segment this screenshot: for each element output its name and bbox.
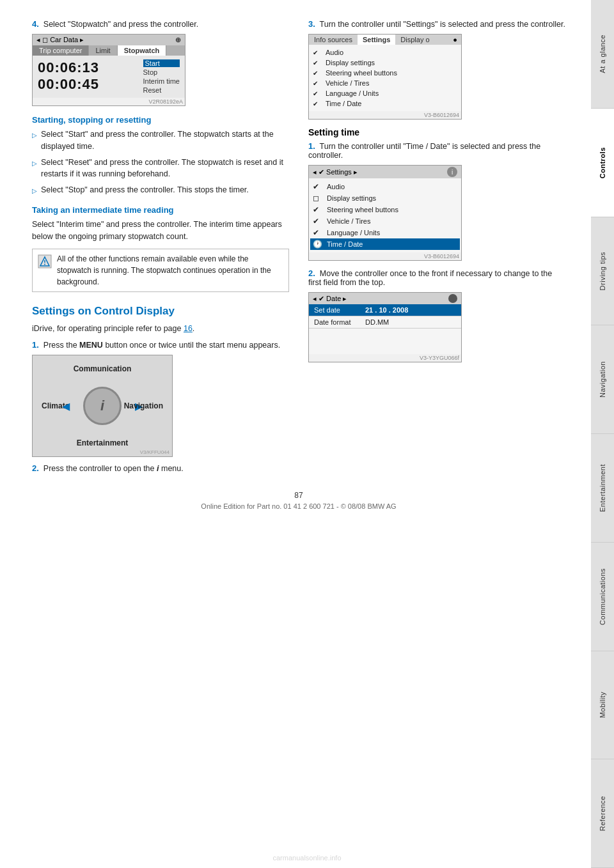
idrive-menu-screenshot: Communication ▲ Climate ◀ i ▶ Navigation… xyxy=(32,355,173,457)
info-item-audio: ✔ Audio xyxy=(313,47,457,58)
settings-item-time[interactable]: 🕐 Time / Date xyxy=(310,238,460,250)
settings-item-steering: ✔ Steering wheel buttons xyxy=(313,204,457,215)
info-body: ✔ Audio ✔ Display settings ✔ Steering wh… xyxy=(309,45,461,111)
sidebar-tab-driving-tips[interactable]: Driving tips xyxy=(591,217,614,326)
idrive-intro: iDrive, for operating principle refer to… xyxy=(32,323,289,335)
info-header: Info sources Settings Display o ● xyxy=(309,35,461,45)
heading-setting-time: Setting time xyxy=(308,127,565,137)
sw-times: 00:06:13 00:00:45 xyxy=(38,59,137,94)
settings-item-vehicle: ✔ Vehicle / Tires xyxy=(313,215,457,227)
main-content: 4. Select "Stopwatch" and press the cont… xyxy=(0,0,591,529)
info-sources-screenshot: Info sources Settings Display o ● ✔ Audi… xyxy=(308,34,462,120)
watermark: carmanualsonline.info xyxy=(272,854,341,862)
footer-note: Online Edition for Part no. 01 41 2 600 … xyxy=(32,502,565,510)
bullet-triangle-1: ▷ xyxy=(32,130,37,140)
note-text: All of the other functions remain availa… xyxy=(57,253,283,288)
sidebar-tab-at-a-glance[interactable]: At a glance xyxy=(591,0,614,109)
settings-header: ◂ ✔ Settings ▸ i xyxy=(309,166,461,178)
tab-settings[interactable]: Settings xyxy=(358,35,395,45)
sidebar-tab-mobility[interactable]: Mobility xyxy=(591,651,614,760)
idrive-center-button[interactable]: i xyxy=(83,387,122,425)
step4-label: 4. Select "Stopwatch" and press the cont… xyxy=(32,19,289,29)
sw-tab-trip[interactable]: Trip computer xyxy=(33,45,89,56)
right-step1-label: 1. Turn the controller until "Time / Dat… xyxy=(308,141,565,160)
step2-icon: i xyxy=(157,464,159,473)
bullet-triangle-2: ▷ xyxy=(32,159,37,168)
tab-info-sources[interactable]: Info sources xyxy=(309,35,358,45)
sidebar-tab-navigation[interactable]: Navigation xyxy=(591,325,614,434)
settings-item-display: ◻ Display settings xyxy=(313,192,457,204)
stopwatch-screenshot: ◂ ◻ Car Data ▸ ⊕ Trip computer Limit Sto… xyxy=(32,34,185,106)
sw-tabs: Trip computer Limit Stopwatch xyxy=(33,45,185,56)
settings-item-language: ✔ Language / Units xyxy=(313,227,457,238)
step3-label: 3. Turn the controller until "Settings" … xyxy=(308,19,565,29)
sw-tab-stopwatch[interactable]: Stopwatch xyxy=(118,45,167,56)
date-row-set-date: Set date 21 . 10 . 2008 xyxy=(309,304,461,316)
sw-menu: Start Stop Interim time Reset xyxy=(143,59,180,94)
info-item-time: ✔ Time / Date xyxy=(313,98,457,109)
sw-header: ◂ ◻ Car Data ▸ ⊕ xyxy=(33,35,185,45)
idrive-arrow-left: ◀ xyxy=(62,400,70,412)
sw-body: 00:06:13 00:00:45 Start Stop Interim tim… xyxy=(33,56,185,98)
bullet-triangle-3: ▷ xyxy=(32,186,37,196)
tab-display[interactable]: Display o xyxy=(395,35,434,45)
sidebar-tab-communications[interactable]: Communications xyxy=(591,543,614,651)
svg-point-3 xyxy=(44,264,45,265)
step1-label: 1. Press the MENU button once or twice u… xyxy=(32,340,289,350)
bullet2: ▷ Select "Reset" and press the controlle… xyxy=(32,157,289,181)
idrive-label-entertainment: Entertainment xyxy=(77,438,129,447)
note-icon xyxy=(38,254,52,272)
two-column-layout: 4. Select "Stopwatch" and press the cont… xyxy=(32,19,565,478)
settings-body: ✔ Audio ◻ Display settings ✔ Steering wh… xyxy=(309,178,461,252)
date-screenshot: ◂ ✔ Date ▸ Set date 21 . 10 . 2008 Date … xyxy=(308,292,462,362)
sw-tab-limit[interactable]: Limit xyxy=(89,45,117,56)
bullet3: ▷ Select "Stop" and press the controller… xyxy=(32,184,289,196)
date-row-format: Date format DD.MM xyxy=(309,316,461,329)
info-item-display: ✔ Display settings xyxy=(313,58,457,68)
step2-label: 2. Press the controller to open the i me… xyxy=(32,463,289,473)
date-body: Set date 21 . 10 . 2008 Date format DD.M… xyxy=(309,304,461,354)
sidebar-tab-controls[interactable]: Controls xyxy=(591,109,614,217)
settings-item-audio: ✔ Audio xyxy=(313,181,457,192)
info-item-language: ✔ Language / Units xyxy=(313,88,457,98)
idrive-label-communication: Communication xyxy=(74,364,132,373)
idrive-page-ref[interactable]: 16 xyxy=(184,324,193,333)
sw-menu-interim[interactable]: Interim time xyxy=(143,77,180,85)
page-number: 87 xyxy=(294,491,303,500)
sw-menu-start[interactable]: Start xyxy=(143,59,180,67)
settings-screenshot: ◂ ✔ Settings ▸ i ✔ Audio ◻ Display setti… xyxy=(308,165,462,261)
sw-time1: 00:06:13 xyxy=(38,59,137,76)
sidebar: At a glance Controls Driving tips Naviga… xyxy=(591,0,614,868)
interim-text: Select "Interim time" and press the cont… xyxy=(32,219,289,243)
sw-time2: 00:00:45 xyxy=(38,76,137,93)
note-box: All of the other functions remain availa… xyxy=(32,249,289,292)
heading-starting: Starting, stopping or resetting xyxy=(32,115,289,125)
idrive-label-navigation: Navigation xyxy=(124,401,163,410)
bullet1: ▷ Select "Start" and press the controlle… xyxy=(32,128,289,153)
left-column: 4. Select "Stopwatch" and press the cont… xyxy=(32,19,289,478)
sw-menu-stop[interactable]: Stop xyxy=(143,68,180,76)
right-step2-label: 2. Move the controller once to the front… xyxy=(308,268,565,287)
right-column: 3. Turn the controller until "Settings" … xyxy=(308,19,565,478)
info-item-steering: ✔ Steering wheel buttons xyxy=(313,68,457,78)
page-footer: 87 xyxy=(32,491,565,500)
date-header: ◂ ✔ Date ▸ xyxy=(309,293,461,304)
sidebar-tab-entertainment[interactable]: Entertainment xyxy=(591,434,614,543)
info-item-vehicle: ✔ Vehicle / Tires xyxy=(313,78,457,88)
heading-interim: Taking an intermediate time reading xyxy=(32,205,289,215)
sidebar-tab-reference[interactable]: Reference xyxy=(591,759,614,868)
major-heading: Settings on Control Display xyxy=(32,305,289,318)
sw-menu-reset[interactable]: Reset xyxy=(143,86,180,94)
